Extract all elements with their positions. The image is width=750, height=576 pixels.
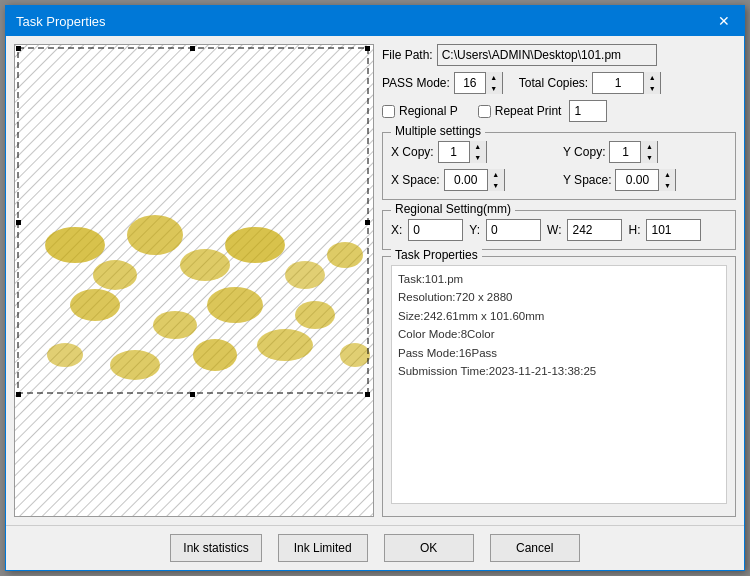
x-space-down[interactable]: ▼ (488, 180, 504, 191)
task-line-4: Color Mode:8Color (398, 325, 720, 343)
total-copies-label: Total Copies: (519, 76, 588, 90)
y-space-input[interactable]: 0.00 ▲ ▼ (615, 169, 676, 191)
y-space-up[interactable]: ▲ (659, 169, 675, 180)
total-copies-spinner[interactable]: ▲ ▼ (643, 72, 660, 94)
task-line-5: Pass Mode:16Pass (398, 344, 720, 362)
total-copies-down[interactable]: ▼ (644, 83, 660, 94)
pass-mode-dropdown[interactable]: 16 ▲ ▼ (454, 72, 503, 94)
x-copy-input[interactable]: 1 ▲ ▼ (438, 141, 487, 163)
svg-point-10 (153, 311, 197, 339)
window-title: Task Properties (16, 14, 106, 29)
rs-w-label: W: (547, 223, 561, 237)
svg-point-13 (47, 343, 83, 367)
regional-setting-title: Regional Setting(mm) (391, 202, 515, 216)
svg-point-5 (180, 249, 230, 281)
svg-point-14 (110, 350, 160, 380)
pass-mode-row: PASS Mode: 16 ▲ ▼ Total Copies: 1 ▲ ▼ (382, 72, 736, 94)
x-copy-down[interactable]: ▼ (470, 152, 486, 163)
y-copy-down[interactable]: ▼ (641, 152, 657, 163)
repeat-print-label: Repeat Print (495, 104, 562, 118)
preview-image (15, 45, 373, 516)
task-line-2: Resolution:720 x 2880 (398, 288, 720, 306)
svg-point-7 (285, 261, 325, 289)
svg-point-6 (225, 227, 285, 263)
y-space-spinner[interactable]: ▲ ▼ (658, 169, 675, 191)
y-space-down[interactable]: ▼ (659, 180, 675, 191)
x-copy-up[interactable]: ▲ (470, 141, 486, 152)
regional-row: Regional P Repeat Print (382, 100, 736, 122)
x-space-field: X Space: 0.00 ▲ ▼ (391, 169, 555, 191)
regional-setting-group: Regional Setting(mm) X: Y: W: H: (382, 210, 736, 250)
total-copies-field[interactable]: 1 ▲ ▼ (592, 72, 661, 94)
preview-panel (14, 44, 374, 517)
regional-label: Regional P (399, 104, 458, 118)
y-copy-label: Y Copy: (563, 145, 605, 159)
pass-mode-label: PASS Mode: (382, 76, 450, 90)
right-panel: File Path: PASS Mode: 16 ▲ ▼ Total Copie… (382, 44, 736, 517)
x-space-value: 0.00 (445, 171, 487, 189)
task-properties-group: Task Properties Task:101.pm Resolution:7… (382, 256, 736, 517)
svg-point-4 (127, 215, 183, 255)
svg-point-2 (45, 227, 105, 263)
repeat-print-input[interactable] (569, 100, 607, 122)
regional-checkbox-wrap: Regional P (382, 104, 458, 118)
y-copy-field: Y Copy: 1 ▲ ▼ (563, 141, 727, 163)
repeat-print-checkbox[interactable] (478, 105, 491, 118)
task-line-3: Size:242.61mm x 101.60mm (398, 307, 720, 325)
task-line-6: Submission Time:2023-11-21-13:38:25 (398, 362, 720, 380)
pass-mode-down[interactable]: ▼ (486, 83, 502, 94)
rs-x-input[interactable] (408, 219, 463, 241)
y-space-value: 0.00 (616, 171, 658, 189)
x-space-up[interactable]: ▲ (488, 169, 504, 180)
svg-point-3 (93, 260, 137, 290)
y-copy-value: 1 (610, 143, 640, 161)
rs-y-label: Y: (469, 223, 480, 237)
rs-h-label: H: (628, 223, 640, 237)
pass-mode-value: 16 (455, 74, 485, 92)
rs-w-input[interactable] (567, 219, 622, 241)
task-properties-window: Task Properties ✕ (5, 5, 745, 571)
rs-x-label: X: (391, 223, 402, 237)
ok-button[interactable]: OK (384, 534, 474, 562)
close-button[interactable]: ✕ (714, 11, 734, 31)
y-space-field: Y Space: 0.00 ▲ ▼ (563, 169, 727, 191)
pass-mode-spinner[interactable]: ▲ ▼ (485, 72, 502, 94)
ink-statistics-button[interactable]: Ink statistics (170, 534, 261, 562)
x-copy-field: X Copy: 1 ▲ ▼ (391, 141, 555, 163)
svg-point-15 (193, 339, 237, 371)
svg-point-11 (207, 287, 263, 323)
main-content: File Path: PASS Mode: 16 ▲ ▼ Total Copie… (6, 36, 744, 525)
file-path-input[interactable] (437, 44, 657, 66)
rs-h-input[interactable] (646, 219, 701, 241)
cancel-button[interactable]: Cancel (490, 534, 580, 562)
regional-checkbox[interactable] (382, 105, 395, 118)
ink-limited-button[interactable]: Ink Limited (278, 534, 368, 562)
y-copy-input[interactable]: 1 ▲ ▼ (609, 141, 658, 163)
multiple-settings-title: Multiple settings (391, 124, 485, 138)
regional-setting-row: X: Y: W: H: (391, 219, 727, 241)
svg-point-8 (327, 242, 363, 268)
x-space-label: X Space: (391, 173, 440, 187)
multiple-settings-grid: X Copy: 1 ▲ ▼ Y Copy: 1 (391, 141, 727, 191)
svg-point-17 (340, 343, 370, 367)
task-properties-title: Task Properties (391, 248, 482, 262)
x-copy-value: 1 (439, 143, 469, 161)
svg-point-12 (295, 301, 335, 329)
x-copy-spinner[interactable]: ▲ ▼ (469, 141, 486, 163)
total-copies-value: 1 (593, 74, 643, 92)
file-path-row: File Path: (382, 44, 736, 66)
title-bar: Task Properties ✕ (6, 6, 744, 36)
total-copies-up[interactable]: ▲ (644, 72, 660, 83)
x-copy-label: X Copy: (391, 145, 434, 159)
task-line-1: Task:101.pm (398, 270, 720, 288)
x-space-spinner[interactable]: ▲ ▼ (487, 169, 504, 191)
svg-point-9 (70, 289, 120, 321)
x-space-input[interactable]: 0.00 ▲ ▼ (444, 169, 505, 191)
y-copy-spinner[interactable]: ▲ ▼ (640, 141, 657, 163)
task-properties-content: Task:101.pm Resolution:720 x 2880 Size:2… (391, 265, 727, 504)
pass-mode-up[interactable]: ▲ (486, 72, 502, 83)
svg-point-16 (257, 329, 313, 361)
rs-y-input[interactable] (486, 219, 541, 241)
multiple-settings-group: Multiple settings X Copy: 1 ▲ ▼ (382, 132, 736, 200)
y-copy-up[interactable]: ▲ (641, 141, 657, 152)
